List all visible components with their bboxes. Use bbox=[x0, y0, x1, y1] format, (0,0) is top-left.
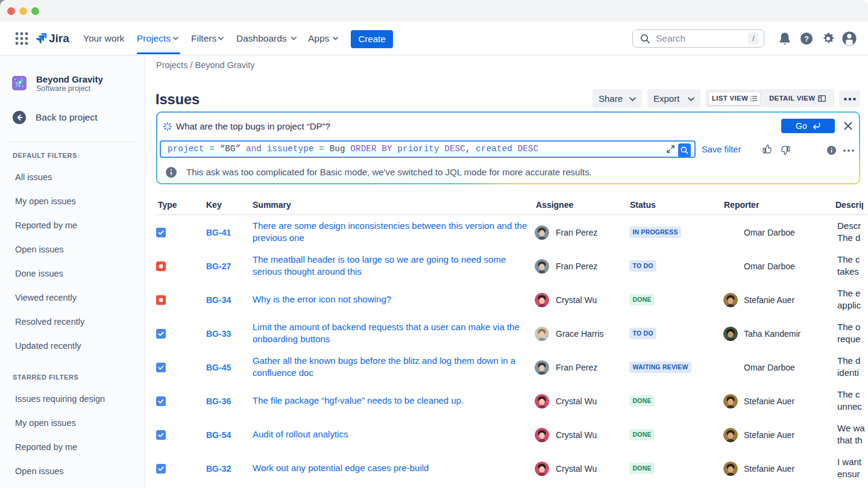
svg-text:?: ? bbox=[804, 34, 809, 43]
